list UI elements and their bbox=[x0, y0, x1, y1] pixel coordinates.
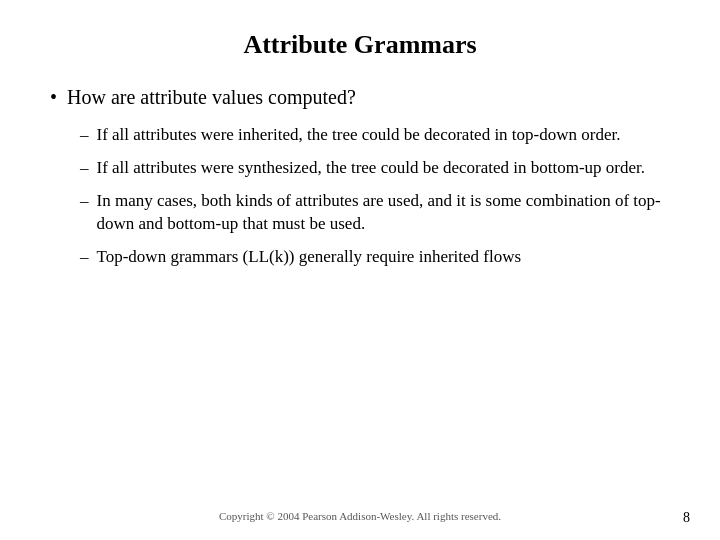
sub-bullet-text-4: Top-down grammars (LL(k)) generally requ… bbox=[97, 246, 671, 269]
sub-bullet-text-3: In many cases, both kinds of attributes … bbox=[97, 190, 671, 236]
sub-bullet-text-2: If all attributes were synthesized, the … bbox=[97, 157, 671, 180]
sub-bullets-list: – If all attributes were inherited, the … bbox=[80, 124, 670, 269]
sub-bullet-3: – In many cases, both kinds of attribute… bbox=[80, 190, 670, 236]
footer: Copyright © 2004 Pearson Addison-Wesley.… bbox=[0, 510, 720, 522]
dash-2: – bbox=[80, 157, 89, 180]
dash-1: – bbox=[80, 124, 89, 147]
sub-bullet-1: – If all attributes were inherited, the … bbox=[80, 124, 670, 147]
sub-bullet-2: – If all attributes were synthesized, th… bbox=[80, 157, 670, 180]
slide-title: Attribute Grammars bbox=[50, 30, 670, 60]
dash-4: – bbox=[80, 246, 89, 269]
bullet-symbol: • bbox=[50, 84, 57, 110]
copyright-text: Copyright © 2004 Pearson Addison-Wesley.… bbox=[219, 510, 501, 522]
main-bullet-text: How are attribute values computed? bbox=[67, 84, 356, 110]
sub-bullet-text-1: If all attributes were inherited, the tr… bbox=[97, 124, 671, 147]
slide: Attribute Grammars • How are attribute v… bbox=[0, 0, 720, 540]
dash-3: – bbox=[80, 190, 89, 213]
main-bullet: • How are attribute values computed? bbox=[50, 84, 670, 110]
sub-bullet-4: – Top-down grammars (LL(k)) generally re… bbox=[80, 246, 670, 269]
page-number: 8 bbox=[683, 510, 690, 526]
